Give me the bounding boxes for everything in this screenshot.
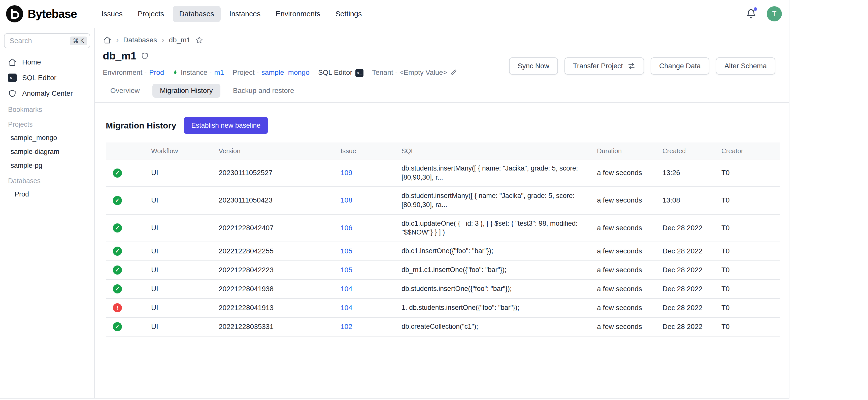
instance-label: Instance - [181, 68, 212, 76]
issue-link[interactable]: 109 [341, 169, 352, 177]
issue-cell: 102 [334, 317, 395, 336]
search-input[interactable]: Search ⌘ K [4, 33, 90, 49]
nav-projects[interactable]: Projects [131, 6, 171, 22]
bookmark-star-icon[interactable] [195, 36, 204, 44]
environment-link[interactable]: Prod [149, 68, 164, 76]
notification-dot [754, 7, 757, 11]
creator-cell: T0 [714, 280, 780, 299]
sql-editor-shortcut[interactable]: SQL Editor >_ [318, 68, 364, 77]
page-head-left: db_m1 Environment - Prod [103, 50, 466, 77]
environment-label: Environment - [103, 68, 147, 76]
issue-cell: 104 [334, 299, 395, 317]
status-cell: ✓ [106, 187, 144, 214]
creator-cell: T0 [714, 214, 780, 242]
nav-databases[interactable]: Databases [173, 6, 221, 22]
duration-cell: a few seconds [590, 261, 655, 280]
issue-cell: 109 [334, 159, 395, 187]
breadcrumb-databases[interactable]: Databases [123, 36, 157, 44]
creator-cell: T0 [714, 261, 780, 280]
issue-link[interactable]: 105 [341, 266, 352, 274]
table-row[interactable]: ✓ UI 20230111052527 109 db.students.inse… [106, 159, 780, 187]
sidebar-item-sample-pg[interactable]: sample-pg [4, 159, 90, 173]
creator-cell: T0 [714, 187, 780, 214]
creator-cell: T0 [714, 299, 780, 317]
table-row[interactable]: ✓ UI 20221228042223 105 db_m1.c1.insertO… [106, 261, 780, 280]
sidebar-item-prod[interactable]: Prod [4, 187, 90, 201]
table-row[interactable]: ✓ UI 20221228041938 104 db.students.inse… [106, 280, 780, 299]
pencil-icon[interactable] [450, 69, 457, 76]
issue-cell: 106 [334, 214, 395, 242]
issue-cell: 105 [334, 242, 395, 261]
tab-backup-and-restore[interactable]: Backup and restore [225, 84, 302, 98]
project-link[interactable]: sample_mongo [261, 68, 310, 76]
breadcrumb-home-icon[interactable] [103, 36, 111, 44]
issue-link[interactable]: 105 [341, 247, 352, 255]
nav-instances[interactable]: Instances [223, 6, 267, 22]
issue-link[interactable]: 102 [341, 323, 352, 331]
table-row[interactable]: ! UI 20221228041913 104 1. db.students.i… [106, 299, 780, 317]
nav-environments[interactable]: Environments [269, 6, 327, 22]
establish-baseline-button[interactable]: Establish new baseline [184, 117, 268, 134]
tab-migration-history[interactable]: Migration History [152, 84, 220, 98]
column-duration: Duration [590, 143, 655, 159]
sidebar-item-sql-editor[interactable]: >_ SQL Editor [4, 70, 90, 86]
notifications-button[interactable] [746, 8, 757, 20]
sync-now-button[interactable]: Sync Now [509, 57, 558, 74]
table-header-row: Workflow Version Issue SQL Duration Crea… [106, 143, 780, 159]
tab-overview[interactable]: Overview [103, 84, 147, 98]
instance-link[interactable]: m1 [214, 68, 224, 76]
version-cell: 20221228042407 [212, 214, 334, 242]
change-data-button[interactable]: Change Data [651, 57, 709, 74]
meta-instance: Instance - m1 [173, 68, 224, 76]
sidebar-item-sample-mongo[interactable]: sample_mongo [4, 131, 90, 145]
search-shortcut-badge: ⌘ K [70, 36, 87, 45]
created-cell: Dec 28 2022 [655, 242, 714, 261]
check-circle-icon: ✓ [113, 266, 122, 275]
creator-cell: T0 [714, 159, 780, 187]
column-created: Created [655, 143, 714, 159]
version-cell: 20221228035331 [212, 317, 334, 336]
table-row[interactable]: ✓ UI 20221228035331 102 db.createCollect… [106, 317, 780, 336]
check-circle-icon: ✓ [113, 168, 122, 178]
brand[interactable]: Bytebase [6, 5, 77, 23]
duration-cell: a few seconds [590, 187, 655, 214]
meta-tenant: Tenant - <Empty Value> [372, 68, 457, 76]
sidebar-item-home[interactable]: Home [4, 54, 90, 70]
issue-cell: 104 [334, 280, 395, 299]
migration-table-body: ✓ UI 20230111052527 109 db.students.inse… [106, 159, 780, 336]
duration-cell: a few seconds [590, 242, 655, 261]
table-row[interactable]: ✓ UI 20221228042407 106 db.c1.updateOne(… [106, 214, 780, 242]
created-cell: Dec 28 2022 [655, 280, 714, 299]
duration-cell: a few seconds [590, 317, 655, 336]
sidebar-section-projects: Projects [4, 116, 90, 131]
column-sql: SQL [395, 143, 590, 159]
status-cell: ✓ [106, 214, 144, 242]
creator-cell: T0 [714, 317, 780, 336]
issue-link[interactable]: 104 [341, 285, 352, 293]
breadcrumb: › Databases › db_m1 [95, 28, 789, 44]
migration-history-panel: Migration History Establish new baseline… [95, 103, 789, 337]
version-cell: 20221228041913 [212, 299, 334, 317]
table-row[interactable]: ✓ UI 20230111050423 108 db.student.inser… [106, 187, 780, 214]
duration-cell: a few seconds [590, 299, 655, 317]
leaf-icon [173, 69, 178, 76]
issue-link[interactable]: 104 [341, 304, 352, 312]
issue-link[interactable]: 106 [341, 224, 352, 232]
duration-cell: a few seconds [590, 214, 655, 242]
sql-cell: 1. db.students.insertOne({"foo": "bar"})… [395, 299, 590, 317]
table-row[interactable]: ✓ UI 20221228042255 105 db.c1.insertOne(… [106, 242, 780, 261]
nav-issues[interactable]: Issues [95, 6, 129, 22]
column-status [106, 143, 144, 159]
sidebar-item-sample-diagram[interactable]: sample-diagram [4, 145, 90, 159]
project-label: Project - [232, 68, 259, 76]
issue-link[interactable]: 108 [341, 196, 352, 204]
version-cell: 20221228042223 [212, 261, 334, 280]
transfer-project-button[interactable]: Transfer Project [564, 57, 644, 74]
avatar[interactable]: T [767, 6, 782, 22]
breadcrumb-db-m1[interactable]: db_m1 [169, 36, 191, 44]
alter-schema-button[interactable]: Alter Schema [716, 57, 775, 74]
page-actions: Sync Now Transfer Project Change Data Al… [509, 57, 775, 74]
sidebar-item-anomaly-center[interactable]: Anomaly Center [4, 86, 90, 101]
workflow-cell: UI [144, 214, 212, 242]
nav-settings[interactable]: Settings [329, 6, 369, 22]
